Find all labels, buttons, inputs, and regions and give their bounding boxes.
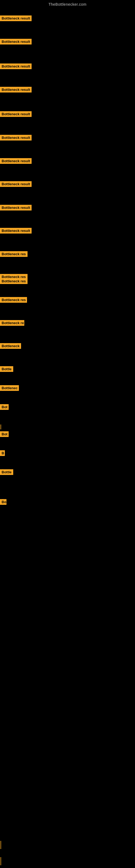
bottleneck-label: Bottleneck res [0,297,27,303]
bottleneck-label: Bottleneck result [0,228,32,234]
bottleneck-label: Bottleneck res [0,278,28,284]
bottleneck-label: Bo [0,499,6,505]
bottleneck-label: Bottleneck result [0,39,32,44]
bottleneck-label: Bot [0,404,9,410]
bottleneck-label: Bottleneck result [0,181,32,187]
bottleneck-label: B [0,450,5,456]
bottleneck-label: Bottleneck res [0,251,28,257]
page-container: TheBottlenecker.com Bottleneck resultBot… [0,0,135,868]
site-title: TheBottlenecker.com [0,0,135,8]
bottleneck-label: Bot [0,431,9,437]
bottleneck-label: Bottleneck result [0,16,32,21]
bottleneck-label: Bottleneck result [0,63,32,69]
bottleneck-label: Bottleneck result [0,205,32,211]
bottleneck-label: Bottleneck result [0,158,32,164]
bottleneck-label: Bottlenec [0,385,19,391]
bottleneck-label: Bottleneck result [0,111,32,117]
bottleneck-label: Bottleneck result [0,135,32,141]
vertical-line [1,857,1,865]
bottleneck-label: Bottle [0,366,13,372]
bottleneck-label: Bottleneck [0,343,21,349]
bottleneck-label: Bottleneck result [0,87,32,93]
bottleneck-label: Bottleneck re [0,320,24,326]
vertical-line [1,841,1,849]
bottleneck-label: Bottle [0,469,13,475]
vertical-line [1,425,1,429]
